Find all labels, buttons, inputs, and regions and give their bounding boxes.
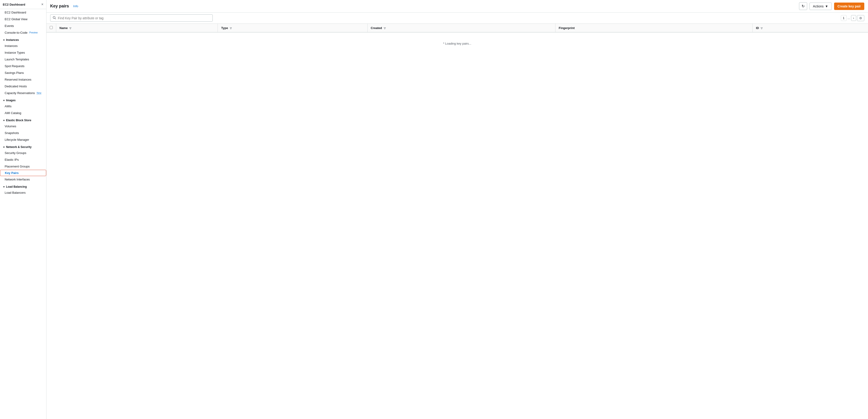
column-label: Created — [371, 26, 382, 30]
sort-icon: ▽ — [761, 27, 763, 30]
refresh-button[interactable]: ↻ — [799, 2, 807, 10]
sort-icon: ▽ — [69, 27, 71, 30]
sidebar-item-label: Network Interfaces — [5, 178, 30, 181]
sidebar-item-launch-templates[interactable]: Launch Templates — [0, 56, 46, 63]
table-settings-button[interactable]: ⚙ — [857, 15, 864, 21]
sort-icon: ▽ — [384, 27, 386, 30]
chevron-down-icon: ▼ — [3, 146, 5, 148]
sidebar-section-network[interactable]: ▼ Network & Security — [0, 143, 46, 150]
page-title: Key pairs — [50, 4, 69, 8]
sidebar-item-console-to-code[interactable]: Console-to-Code Preview — [0, 29, 46, 36]
column-label: Type — [221, 26, 228, 30]
sidebar-item-spot-requests[interactable]: Spot Requests — [0, 63, 46, 69]
sidebar-item-label: Dedicated Hosts — [5, 85, 27, 88]
next-page-button[interactable]: › — [851, 15, 856, 21]
sidebar-item-amis[interactable]: AMIs — [0, 103, 46, 110]
sidebar-item-placement-groups[interactable]: Placement Groups — [0, 163, 46, 170]
key-pairs-table: Name ▽ Type ▽ Created ▽ Fingerprint — [46, 24, 868, 55]
search-input[interactable] — [58, 16, 210, 20]
sidebar-item-network-interfaces[interactable]: Network Interfaces — [0, 176, 46, 183]
sidebar-item-ami-catalog[interactable]: AMI Catalog — [0, 110, 46, 116]
actions-label: Actions — [813, 4, 824, 8]
sidebar-item-label: Instances — [5, 44, 18, 48]
sidebar-item-instance-types[interactable]: Instance Types — [0, 49, 46, 56]
sidebar-item-label: EC2 Dashboard — [5, 11, 26, 14]
sidebar-item-label: Security Groups — [5, 151, 26, 155]
sidebar-item-load-balancers[interactable]: Load Balancers — [0, 189, 46, 196]
sidebar-item-label: Events — [5, 24, 14, 28]
topbar: Key pairs Info ↻ Actions ▼ Create key pa… — [46, 0, 868, 12]
sidebar-title: EC2 Dashboard — [3, 3, 25, 6]
table-header-row: Name ▽ Type ▽ Created ▽ Fingerprint — [46, 24, 868, 32]
sidebar-item-ec2-global-view[interactable]: EC2 Global View — [0, 16, 46, 23]
table-container: Name ▽ Type ▽ Created ▽ Fingerprint — [46, 24, 868, 419]
sidebar-item-ec2-dashboard[interactable]: EC2 Dashboard — [0, 9, 46, 16]
select-all-checkbox[interactable] — [50, 26, 53, 29]
sidebar-section-ebs[interactable]: ▼ Elastic Block Store — [0, 116, 46, 123]
sidebar-close-button[interactable]: × — [41, 2, 43, 6]
column-label: ID — [756, 26, 759, 30]
sidebar-item-label: AMIs — [5, 104, 11, 108]
pagination: 1 ... › ⚙ — [841, 15, 864, 21]
sidebar-section-load-balancing[interactable]: ▼ Load Balancing — [0, 183, 46, 189]
fingerprint-column-header: Fingerprint — [555, 24, 752, 32]
sidebar-item-reserved-instances[interactable]: Reserved Instances — [0, 76, 46, 83]
sidebar-section-label: Load Balancing — [6, 185, 27, 188]
search-box — [50, 14, 213, 22]
loading-text: * Loading key pairs... — [443, 42, 471, 45]
sidebar-item-label: Capacity Reservations — [5, 91, 35, 95]
sidebar-item-key-pairs[interactable]: Key Pairs — [0, 170, 46, 176]
id-column-header: ID ▽ — [752, 24, 868, 32]
sidebar-section-label: Network & Security — [6, 145, 32, 149]
sidebar-section-instances[interactable]: ▼ Instances — [0, 36, 46, 42]
sidebar-item-security-groups[interactable]: Security Groups — [0, 150, 46, 156]
sidebar-item-label: AMI Catalog — [5, 111, 21, 115]
chevron-down-icon: ▼ — [825, 4, 828, 8]
sidebar-item-label: EC2 Global View — [5, 18, 27, 21]
sidebar-item-snapshots[interactable]: Snapshots — [0, 129, 46, 136]
new-badge: New — [37, 92, 41, 94]
refresh-icon: ↻ — [802, 4, 805, 8]
sidebar-item-label: Launch Templates — [5, 58, 29, 61]
actions-button[interactable]: Actions ▼ — [809, 3, 832, 10]
type-column-header[interactable]: Type ▽ — [218, 24, 367, 32]
sidebar-item-lifecycle-manager[interactable]: Lifecycle Manager — [0, 136, 46, 143]
main-content: Key pairs Info ↻ Actions ▼ Create key pa… — [46, 0, 868, 419]
sidebar-item-events[interactable]: Events — [0, 23, 46, 29]
name-column-header[interactable]: Name ▽ — [56, 24, 218, 32]
sidebar-section-label: Instances — [6, 38, 19, 41]
sidebar-item-capacity-reservations[interactable]: Capacity Reservations New — [0, 90, 46, 96]
sidebar: EC2 Dashboard × EC2 Dashboard EC2 Global… — [0, 0, 46, 419]
pagination-ellipsis: ... — [847, 16, 850, 20]
sidebar-item-dedicated-hosts[interactable]: Dedicated Hosts — [0, 83, 46, 90]
sidebar-item-label: Placement Groups — [5, 165, 30, 168]
sidebar-item-elastic-ips[interactable]: Elastic IPs — [0, 156, 46, 163]
chevron-down-icon: ▼ — [3, 119, 5, 122]
sidebar-item-label: Elastic IPs — [5, 158, 19, 161]
sidebar-item-label: Instance Types — [5, 51, 25, 54]
create-key-pair-button[interactable]: Create key pair — [834, 3, 864, 10]
preview-badge: Preview — [29, 31, 38, 34]
sidebar-item-label: Lifecycle Manager — [5, 138, 29, 142]
sidebar-item-label: Savings Plans — [5, 71, 24, 74]
sidebar-item-label: Reserved Instances — [5, 78, 31, 81]
sidebar-header: EC2 Dashboard × — [0, 0, 46, 9]
sidebar-item-label: Snapshots — [5, 131, 19, 135]
sort-icon: ▽ — [230, 27, 232, 30]
info-link[interactable]: Info — [73, 4, 78, 8]
created-column-header[interactable]: Created ▽ — [367, 24, 555, 32]
sidebar-item-savings-plans[interactable]: Savings Plans — [0, 69, 46, 76]
sidebar-item-volumes[interactable]: Volumes — [0, 123, 46, 129]
select-all-column — [46, 24, 56, 32]
chevron-down-icon: ▼ — [3, 39, 5, 41]
chevron-down-icon: ▼ — [3, 99, 5, 102]
sidebar-item-label: Spot Requests — [5, 64, 24, 68]
sidebar-item-label: Volumes — [5, 124, 16, 128]
sidebar-section-images[interactable]: ▼ Images — [0, 96, 46, 103]
sidebar-item-label: Key Pairs — [5, 171, 19, 175]
search-icon — [53, 16, 56, 20]
column-label: Fingerprint — [559, 26, 575, 30]
toolbar: 1 ... › ⚙ — [46, 12, 868, 24]
sidebar-item-instances[interactable]: Instances — [0, 42, 46, 49]
sidebar-section-label: Elastic Block Store — [6, 119, 31, 122]
